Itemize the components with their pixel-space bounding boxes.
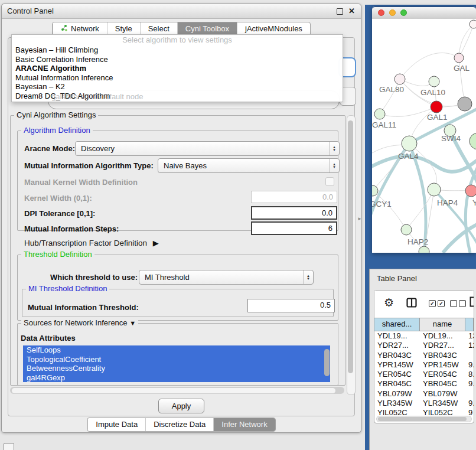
table-column-header[interactable]: name — [420, 318, 465, 331]
cell-name: YDL19... — [420, 331, 465, 341]
top-tab[interactable]: Cyni Toolbox — [177, 22, 237, 35]
network-node[interactable] — [470, 133, 476, 149]
collapse-arrow-icon[interactable]: ▼ — [129, 319, 136, 327]
network-window-titlebar — [372, 6, 476, 19]
top-tab-label: Cyni Toolbox — [185, 22, 229, 35]
table-panel-window: Table Panel ⚙ ✓ ✓ — [369, 269, 476, 450]
top-tab[interactable]: Style — [107, 22, 140, 35]
algorithm-popup-item[interactable]: Bayesian – Hill Climbing — [12, 45, 343, 55]
minimized-panel-icon[interactable] — [4, 443, 14, 450]
table-hscrollbar[interactable] — [376, 416, 472, 422]
float-panel-icon[interactable] — [337, 8, 343, 15]
which-threshold-label: Which threshold to use: — [50, 273, 138, 282]
hub-section-header[interactable]: Hub/Transcription Factor Definition ▶ — [24, 239, 159, 247]
algorithm-popup-item[interactable]: Mutual Information Inference — [12, 73, 343, 83]
apply-button[interactable]: Apply — [158, 399, 204, 413]
settings-vscrollbar[interactable] — [347, 115, 356, 395]
network-node[interactable] — [401, 224, 412, 235]
zoom-traffic-light[interactable] — [400, 9, 407, 16]
sources-legend: Sources for Network Inference ▼ — [21, 318, 138, 327]
table-header-row: shared... name — [374, 318, 474, 331]
which-threshold-combo[interactable]: MI Threshold ▲▼ — [139, 270, 314, 285]
data-attribute-item[interactable]: BetweennessCentrality — [23, 364, 330, 373]
network-node-label: GAL80 — [379, 85, 404, 94]
sash-arrow-icon[interactable]: ► — [357, 216, 362, 221]
deselect-all-box-icon[interactable] — [450, 300, 457, 307]
cell-shared-name: YDR27... — [374, 341, 420, 350]
table-row[interactable]: YDR27... YDR27... 12 — [374, 341, 474, 350]
expand-arrow-icon[interactable]: ▶ — [153, 239, 159, 247]
network-node-label: GAL4 — [398, 152, 419, 161]
bottom-tab[interactable]: Infer Network — [213, 418, 275, 431]
table-column-header[interactable]: shared... — [374, 318, 420, 331]
algorithm-popup-item[interactable]: Bayesian – K2 — [12, 82, 343, 92]
algorithm-popup-item[interactable]: Basic Correlation Inference — [12, 55, 343, 64]
table-row[interactable]: YIL052C YIL052C 9 — [374, 408, 474, 415]
split-view-icon[interactable] — [406, 298, 417, 309]
top-tab[interactable]: Select — [140, 22, 177, 35]
network-graph[interactable]: GALGAL80GAL10GAL1GAL11SWI4GAL4GCY1HAP4YH… — [372, 19, 476, 253]
mi-type-combo[interactable]: Naive Bayes ▲▼ — [158, 158, 340, 173]
select-all-check-icon[interactable]: ✓ — [429, 300, 436, 307]
select-all-check-icon-2[interactable]: ✓ — [438, 300, 445, 307]
close-panel-icon[interactable]: ✕ — [348, 7, 356, 15]
settings-hscrollbar-thumb[interactable] — [12, 388, 335, 393]
deselect-all-box-icon-2[interactable] — [459, 300, 466, 307]
bottom-tab[interactable]: Impute Data — [87, 418, 145, 431]
network-node[interactable] — [402, 136, 417, 151]
top-tab[interactable]: jActiveMNodules — [237, 22, 310, 35]
mi-threshold-field[interactable]: 0.5 — [247, 299, 335, 312]
cyni-settings-legend: Cyni Algorithm Settings — [14, 110, 98, 119]
bottom-tab-row: Impute Data Discretize Data Infer Networ… — [2, 418, 361, 432]
network-node-label: GAL — [454, 64, 470, 73]
table-column-header[interactable] — [465, 318, 474, 331]
network-node[interactable] — [395, 74, 405, 84]
manual-kernel-checkbox[interactable] — [325, 177, 334, 186]
dpi-tolerance-label: DPI Tolerance [0,1]: — [24, 209, 95, 218]
close-traffic-light[interactable] — [378, 9, 384, 16]
bottom-tab[interactable]: Discretize Data — [145, 418, 213, 431]
minimize-traffic-light[interactable] — [389, 9, 396, 16]
aracne-mode-combo[interactable]: Discovery ▲▼ — [75, 141, 340, 156]
algorithm-popup-item[interactable]: Dream8 DC_TDC Algorithm — [12, 92, 343, 101]
gear-icon[interactable]: ⚙ — [384, 296, 394, 309]
table-row[interactable]: YBR043C YBR043C — [374, 351, 474, 360]
control-panel-window: Control Panel ✕ — [1, 4, 361, 433]
control-panel-titlebar: Control Panel ✕ — [2, 4, 361, 19]
cell-value — [465, 389, 474, 399]
table-row[interactable]: YER054C YER054C 8. — [374, 370, 474, 379]
table-row[interactable]: YDL19... YDL19... 13 — [374, 331, 474, 341]
network-node[interactable] — [374, 109, 385, 119]
mi-steps-field[interactable]: 6 — [251, 221, 337, 235]
table-rows: YDL19... YDL19... 13 YDR27... YDR27... 1… — [374, 331, 474, 415]
dpi-tolerance-field[interactable]: 0.0 — [251, 206, 337, 220]
kernel-width-field[interactable]: 0.0 — [251, 191, 337, 203]
cell-name: YBR043C — [420, 351, 465, 360]
hub-section-label: Hub/Transcription Factor Definition — [24, 239, 147, 247]
table-row[interactable]: YPR145W YPR145W 9. — [374, 360, 474, 370]
top-tab[interactable]: Network — [53, 22, 107, 35]
data-attribute-item[interactable]: gal4RGexp — [23, 373, 330, 383]
network-node[interactable] — [429, 76, 439, 87]
attr-list-scrollbar[interactable] — [324, 348, 329, 380]
settings-hscrollbar[interactable] — [10, 387, 344, 394]
cell-value: 12 — [465, 341, 474, 350]
cell-value: 13 — [465, 331, 474, 341]
network-node[interactable] — [465, 185, 476, 197]
table-row[interactable]: YLR345W YLR345W 9. — [374, 399, 474, 408]
table-panel-title: Table Panel — [377, 274, 417, 283]
table-row[interactable]: YBR045C YBR045C 9. — [374, 379, 474, 389]
network-node[interactable] — [454, 53, 464, 63]
data-attribute-item[interactable]: TopologicalCoefficient — [23, 355, 330, 364]
stepper-icon: ▲▼ — [303, 270, 313, 284]
network-node[interactable] — [431, 101, 442, 113]
network-node[interactable] — [458, 97, 472, 111]
algorithm-popup-item[interactable]: ARACNE Algorithm — [12, 64, 343, 73]
network-node[interactable] — [470, 20, 476, 28]
top-tab-label: jActiveMNodules — [245, 22, 302, 35]
which-threshold-value: MI Threshold — [139, 273, 303, 282]
table-row[interactable]: YBL079W YBL079W — [374, 389, 474, 399]
network-node[interactable] — [428, 183, 441, 196]
new-table-page-icon[interactable] — [470, 296, 474, 309]
data-attribute-item[interactable]: SelfLoops — [23, 345, 330, 355]
